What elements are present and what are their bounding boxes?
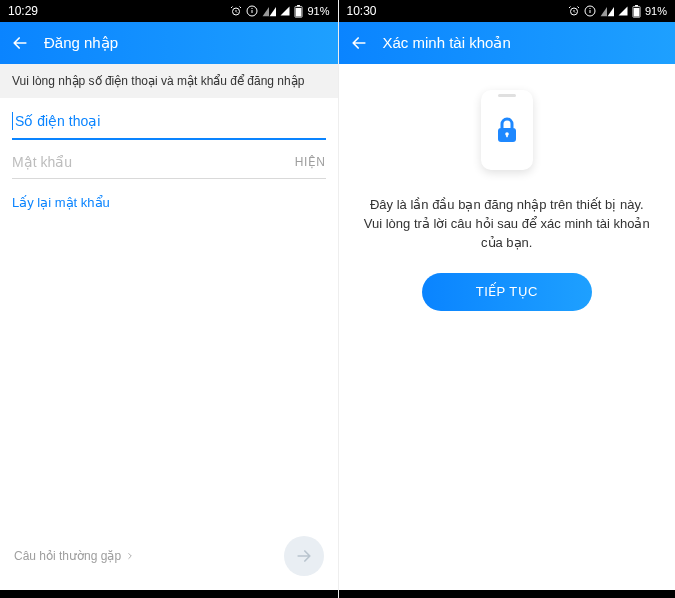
phone-notch-icon <box>498 94 516 97</box>
verify-message: Đây là lần đầu bạn đăng nhập trên thiết … <box>363 196 652 253</box>
app-bar-title: Đăng nhập <box>44 34 118 52</box>
app-bar: Xác minh tài khoản <box>339 22 676 64</box>
text-cursor <box>12 112 13 130</box>
back-button[interactable] <box>10 33 30 53</box>
show-password-toggle[interactable]: HIỆN <box>287 155 326 169</box>
info-icon <box>584 5 596 17</box>
android-nav-bar <box>0 590 338 598</box>
chevron-right-icon <box>125 551 135 561</box>
verify-content: Đây là lần đầu bạn đăng nhập trên thiết … <box>339 64 676 590</box>
app-bar-title: Xác minh tài khoản <box>383 34 511 52</box>
svg-rect-2 <box>252 10 253 13</box>
password-field-row[interactable]: HIỆN <box>12 140 326 179</box>
next-button[interactable] <box>284 536 324 576</box>
lock-icon <box>495 116 519 144</box>
svg-rect-3 <box>252 8 253 9</box>
arrow-left-icon <box>349 33 369 53</box>
status-icons: 91% <box>230 5 329 18</box>
phone-field-row[interactable] <box>12 98 326 140</box>
svg-rect-16 <box>506 134 508 137</box>
forgot-password-link[interactable]: Lấy lại mật khẩu <box>12 179 326 226</box>
password-input[interactable] <box>12 154 287 170</box>
svg-rect-6 <box>296 7 302 16</box>
phone-input[interactable] <box>15 113 326 129</box>
continue-button[interactable]: TIẾP TỤC <box>422 273 592 311</box>
signal-icon <box>280 5 290 17</box>
svg-rect-9 <box>589 10 590 13</box>
login-instruction: Vui lòng nhập số điện thoại và mật khẩu … <box>0 64 338 98</box>
battery-icon <box>632 5 641 18</box>
battery-text: 91% <box>307 5 329 17</box>
info-icon <box>246 5 258 17</box>
login-form: HIỆN Lấy lại mật khẩu <box>0 98 338 226</box>
status-time: 10:29 <box>8 4 38 18</box>
alarm-icon <box>568 5 580 17</box>
signal-icon <box>618 5 628 17</box>
verify-illustration <box>481 90 533 170</box>
signal-dual-icon <box>600 5 614 17</box>
continue-label: TIẾP TỤC <box>476 284 538 299</box>
arrow-right-icon <box>294 546 314 566</box>
svg-rect-13 <box>634 7 640 16</box>
battery-icon <box>294 5 303 18</box>
android-nav-bar <box>339 590 676 598</box>
bottom-row: Câu hỏi thường gặp <box>0 526 338 590</box>
screen-login: 10:29 91% Đăng nhập Vui lòng nhập số điệ… <box>0 0 338 598</box>
status-bar: 10:29 91% <box>0 0 338 22</box>
alarm-icon <box>230 5 242 17</box>
status-icons: 91% <box>568 5 667 18</box>
back-button[interactable] <box>349 33 369 53</box>
status-time: 10:30 <box>347 4 377 18</box>
arrow-left-icon <box>10 33 30 53</box>
signal-dual-icon <box>262 5 276 17</box>
faq-link[interactable]: Câu hỏi thường gặp <box>14 549 135 563</box>
status-bar: 10:30 91% <box>339 0 676 22</box>
svg-rect-10 <box>589 8 590 9</box>
svg-rect-5 <box>298 5 301 6</box>
app-bar: Đăng nhập <box>0 22 338 64</box>
svg-rect-12 <box>635 5 638 6</box>
battery-text: 91% <box>645 5 667 17</box>
screen-verify: 10:30 91% Xác minh tài khoản Đây là lần … <box>338 0 676 598</box>
faq-label: Câu hỏi thường gặp <box>14 549 121 563</box>
